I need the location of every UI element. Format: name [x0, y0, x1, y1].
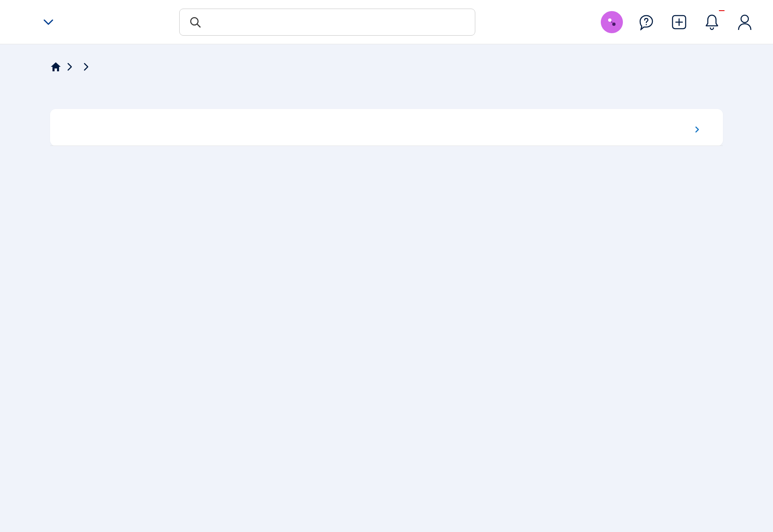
svg-point-4 — [646, 24, 647, 25]
use-your-domain-link[interactable] — [695, 126, 702, 133]
search-input[interactable] — [208, 16, 465, 28]
header-actions — [601, 11, 754, 33]
help-button[interactable] — [637, 13, 656, 32]
help-icon — [638, 14, 654, 30]
destination-panel — [50, 109, 723, 146]
notifications-button[interactable] — [702, 13, 721, 32]
bell-icon — [704, 14, 720, 31]
home-icon[interactable] — [50, 61, 62, 72]
profile-button[interactable] — [735, 13, 754, 32]
search-box[interactable] — [179, 9, 475, 36]
content-area — [0, 44, 773, 146]
ai-assistant-avatar[interactable] — [601, 11, 623, 33]
search-icon — [189, 16, 201, 28]
chevron-down-icon — [43, 19, 53, 25]
panel-header — [50, 109, 723, 146]
menu-button[interactable] — [39, 19, 53, 25]
svg-line-1 — [197, 24, 200, 27]
notifications-badge — [719, 10, 725, 11]
user-icon — [737, 14, 753, 31]
breadcrumb — [50, 61, 723, 72]
chevron-right-icon — [84, 63, 89, 71]
search-wrap — [53, 9, 601, 36]
svg-point-8 — [741, 15, 748, 23]
add-button[interactable] — [670, 13, 689, 32]
app-header — [0, 0, 773, 44]
chevron-right-icon — [67, 63, 72, 71]
svg-point-3 — [612, 23, 616, 26]
plus-square-icon — [671, 14, 687, 30]
svg-point-2 — [608, 18, 611, 22]
chevron-right-icon — [695, 126, 699, 133]
